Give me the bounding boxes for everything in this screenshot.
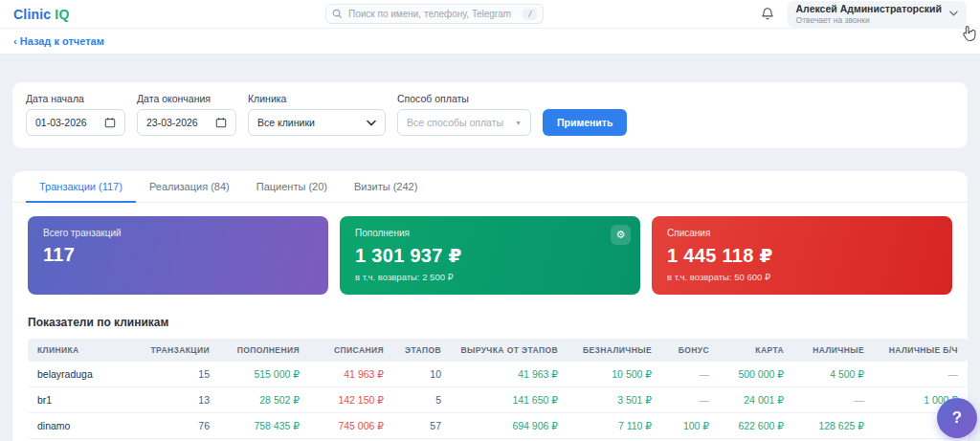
stat-value: 117 — [43, 244, 313, 266]
col-writeoffs: СПИСАНИЯ — [309, 339, 393, 362]
col-transactions: ТРАНЗАКЦИИ — [135, 339, 219, 362]
calendar-icon[interactable] — [104, 117, 116, 128]
search-icon — [332, 9, 343, 19]
filter-date-start: Дата начала 01-03-2026 — [26, 93, 125, 136]
search-input[interactable]: Поиск по имени, телефону, Telegram / — [325, 4, 544, 24]
app-logo[interactable]: ClinicIQ — [13, 7, 70, 22]
clinic-selected-value: Все клиники — [257, 117, 361, 128]
cell-cash: — — [793, 387, 874, 413]
filters-panel: Дата начала 01-03-2026 Дата окончания 23… — [12, 82, 968, 148]
cell-cash: 128 625 ₽ — [793, 413, 874, 439]
cell-stages: 5 — [393, 387, 451, 413]
back-to-reports-link[interactable]: ‹ Назад к отчетам — [13, 35, 104, 47]
table-row[interactable]: dinamo 76 758 435 ₽ 745 006 ₽ 57 694 906… — [28, 413, 968, 439]
cell-card: 622 600 ₽ — [719, 413, 793, 439]
col-cash: НАЛИЧНЫЕ — [793, 339, 874, 362]
table-title: Показатели по клиникам — [28, 316, 952, 329]
table-row[interactable]: br1 13 28 502 ₽ 142 150 ₽ 5 141 650 ₽ 3 … — [28, 387, 968, 413]
cell-card: 500 000 ₽ — [719, 362, 793, 387]
cell-writeoffs: 41 963 ₽ — [309, 362, 393, 387]
cell-transactions: 13 — [135, 387, 219, 413]
tab-transactions[interactable]: Транзакции (117) — [26, 171, 136, 203]
filter-clinic: Клиника Все клиники — [248, 93, 386, 136]
cell-topups: 758 435 ₽ — [219, 413, 309, 439]
cell-transactions: 76 — [135, 413, 219, 439]
cell-stage-revenue: 41 963 ₽ — [451, 362, 568, 387]
stat-note: в т.ч. возвраты: 50 600 ₽ — [667, 272, 937, 282]
logo-text-clinic: Clinic — [13, 7, 51, 22]
cell-clinic: br1 — [28, 387, 135, 413]
tab-visits[interactable]: Визиты (242) — [341, 171, 431, 203]
payment-select[interactable]: Все способы оплаты ▼ — [397, 109, 531, 136]
apply-button[interactable]: Применить — [543, 109, 627, 136]
clinics-table: КЛИНИКА ТРАНЗАКЦИИ ПОПОЛНЕНИЯ СПИСАНИЯ Э… — [28, 339, 968, 441]
date-end-label: Дата окончания — [137, 93, 236, 104]
date-end-input[interactable]: 23-03-2026 — [137, 109, 236, 136]
stat-cards: Всего транзакций 117 ⚙ Пополнения 1 301 … — [12, 203, 968, 304]
col-cash-bch: НАЛИЧНЫЕ Б/Ч — [874, 339, 968, 362]
cell-cashless: 3 501 ₽ — [568, 387, 661, 413]
col-clinic: КЛИНИКА — [28, 339, 135, 362]
cell-transactions: 15 — [135, 362, 219, 387]
filter-payment-method: Способ оплаты Все способы оплаты ▼ — [397, 93, 531, 136]
stat-value: 1 301 937 ₽ — [355, 244, 625, 267]
cell-bonus: — — [661, 362, 719, 387]
payment-label: Способ оплаты — [397, 93, 531, 104]
cell-stage-revenue: 694 906 ₽ — [451, 413, 568, 439]
chevron-down-icon — [367, 120, 376, 126]
cell-cash: 4 500 ₽ — [793, 362, 874, 387]
col-card: КАРТА — [719, 339, 793, 362]
filter-date-end: Дата окончания 23-03-2026 — [137, 93, 236, 136]
cell-cash-bch: — — [874, 362, 968, 387]
stat-label: Пополнения — [355, 228, 625, 238]
date-start-input[interactable]: 01-03-2026 — [26, 109, 125, 136]
report-tabs: Транзакции (117) Реализация (84) Пациент… — [12, 171, 968, 203]
payment-placeholder: Все способы оплаты — [407, 117, 509, 128]
date-end-value: 23-03-2026 — [146, 117, 210, 128]
date-start-label: Дата начала — [26, 93, 125, 104]
calendar-icon[interactable] — [215, 117, 227, 128]
logo-text-iq: IQ — [55, 7, 69, 22]
user-status: Отвечает на звонки — [796, 15, 942, 25]
dropdown-arrow-icon: ▼ — [515, 120, 522, 126]
bell-icon[interactable] — [761, 7, 774, 21]
chevron-down-icon — [949, 11, 958, 16]
col-topups: ПОПОЛНЕНИЯ — [219, 339, 309, 362]
stat-label: Списания — [667, 228, 937, 238]
report-panel: Транзакции (117) Реализация (84) Пациент… — [12, 171, 968, 441]
header-right: Алексей Администраторский Отвечает на зв… — [761, 1, 967, 28]
search-shortcut-badge: / — [523, 9, 537, 20]
tab-patients[interactable]: Пациенты (20) — [243, 171, 341, 203]
clinic-label: Клиника — [248, 93, 386, 104]
cell-card: 24 001 ₽ — [719, 387, 793, 413]
table-header-row: КЛИНИКА ТРАНЗАКЦИИ ПОПОЛНЕНИЯ СПИСАНИЯ Э… — [28, 339, 968, 362]
breadcrumb-bar: ‹ Назад к отчетам — [0, 29, 980, 55]
search-placeholder: Поиск по имени, телефону, Telegram — [348, 9, 523, 19]
cell-cashless: 7 110 ₽ — [568, 413, 661, 439]
user-name: Алексей Администраторский — [796, 3, 942, 14]
cell-writeoffs: 745 006 ₽ — [309, 413, 393, 439]
clinics-table-section: Показатели по клиникам КЛИНИКА ТРАНЗАКЦИ… — [12, 304, 968, 441]
stat-card-income: ⚙ Пополнения 1 301 937 ₽ в т.ч. возвраты… — [340, 216, 640, 295]
clinic-select[interactable]: Все клиники — [248, 109, 386, 136]
cell-stages: 57 — [393, 413, 451, 439]
stat-card-total-transactions: Всего транзакций 117 — [28, 216, 328, 295]
stat-note: в т.ч. возвраты: 2 500 ₽ — [355, 272, 625, 282]
user-menu[interactable]: Алексей Администраторский Отвечает на зв… — [788, 1, 967, 28]
cell-bonus: 100 ₽ — [661, 413, 719, 439]
stat-label: Всего транзакций — [43, 228, 313, 238]
help-button[interactable]: ? — [937, 398, 977, 438]
table-row[interactable]: belayraduga 15 515 000 ₽ 41 963 ₽ 10 41 … — [28, 362, 968, 387]
tab-realization[interactable]: Реализация (84) — [136, 171, 243, 203]
cell-topups: 28 502 ₽ — [219, 387, 309, 413]
stat-value: 1 445 118 ₽ — [667, 244, 937, 267]
cell-stage-revenue: 141 650 ₽ — [451, 387, 568, 413]
date-start-value: 01-03-2026 — [35, 117, 99, 128]
cell-bonus: — — [661, 387, 719, 413]
cell-stages: 10 — [393, 362, 451, 387]
cell-clinic: dinamo — [28, 413, 135, 439]
page-body: Дата начала 01-03-2026 Дата окончания 23… — [0, 82, 980, 441]
user-info: Алексей Администраторский Отвечает на зв… — [796, 3, 942, 25]
top-header: ClinicIQ Поиск по имени, телефону, Teleg… — [0, 0, 980, 29]
col-bonus: БОНУС — [661, 339, 719, 362]
